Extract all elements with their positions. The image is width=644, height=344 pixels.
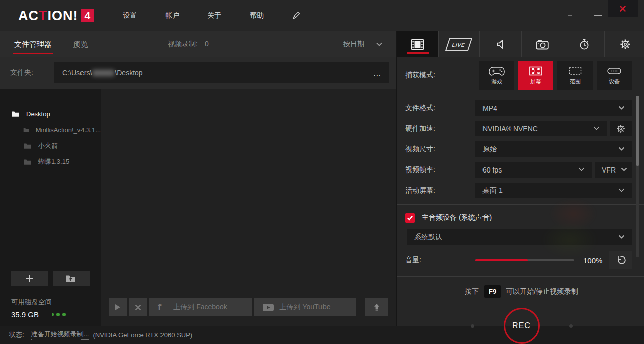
menu-settings[interactable]: 设置 — [123, 11, 137, 20]
tray-minimize-icon[interactable] — [568, 15, 572, 16]
capture-mode-device[interactable]: 设备 — [597, 61, 632, 90]
x-icon — [135, 304, 141, 311]
chevron-down-icon — [618, 147, 625, 151]
browse-folder-button[interactable]: ... — [373, 69, 381, 77]
filmstrip-icon — [411, 39, 424, 50]
tree-item-desktop[interactable]: Desktop — [0, 106, 101, 122]
chevron-down-icon — [578, 167, 585, 172]
pen-icon[interactable] — [292, 11, 301, 20]
tab-screenshots[interactable] — [522, 31, 564, 57]
add-folder-button[interactable] — [11, 271, 48, 286]
app-logo: ACTION! 4 — [18, 8, 94, 24]
logo-text: ACTION! — [18, 8, 78, 24]
screen-capture-icon — [528, 66, 543, 76]
close-icon — [619, 5, 626, 12]
tab-file-manager[interactable]: 文件管理器 — [14, 40, 52, 49]
speaker-icon — [496, 39, 506, 49]
setting-row-file-format: 文件格式: MP4 — [405, 100, 632, 116]
upload-youtube-button[interactable]: 上传到 YouTube — [254, 298, 356, 316]
disk-status-indicator — [52, 313, 66, 316]
live-icon: LIVE — [445, 38, 473, 51]
sort-by-date-dropdown[interactable]: 按日期 — [343, 40, 382, 49]
tab-benchmark[interactable] — [564, 31, 605, 57]
chevron-down-icon — [621, 167, 627, 172]
region-icon — [568, 66, 583, 76]
file-manager-body: Desktop MirillisAction!_v4.3.1... 小火箭 蝴蝶… — [0, 89, 396, 326]
volume-label: 音量: — [405, 255, 430, 265]
facebook-icon: f — [158, 302, 161, 313]
close-button[interactable] — [608, 0, 638, 17]
primary-audio-checkbox[interactable] — [405, 213, 415, 223]
disk-space-label: 可用磁盘空间 — [11, 298, 90, 307]
audio-device-select[interactable]: 系统默认 — [407, 229, 632, 245]
redacted-username — [92, 70, 114, 76]
action-app-window: ACTION! 4 设置 帐户 关于 帮助 文件管理器 预览 — [0, 0, 644, 344]
hw-acceleration-select[interactable]: NVIDIA® NVENC — [475, 121, 607, 136]
setting-row-video-size: 视频尺寸: 原始 — [405, 141, 632, 157]
play-button[interactable] — [109, 298, 127, 316]
vfr-select[interactable]: VFR — [595, 162, 632, 178]
tree-item[interactable]: 蝴蝶1.3.15 — [0, 154, 101, 170]
upload-facebook-button[interactable]: f 上传到 Facebook — [149, 298, 252, 316]
menu-account[interactable]: 帐户 — [165, 11, 179, 20]
file-manager-panel: 文件管理器 预览 视频录制:0 按日期 文件夹: C:\Users\\Deskt… — [0, 31, 397, 326]
gear-icon — [620, 39, 631, 50]
recordings-toolbar: f 上传到 Facebook 上传到 YouTube — [109, 298, 388, 316]
tab-live-streaming[interactable]: LIVE — [439, 31, 480, 57]
logo-version-badge: 4 — [81, 9, 94, 22]
scrollbar-thumb[interactable] — [636, 96, 639, 166]
setting-row-active-screen: 活动屏幕: 桌面 1 — [405, 183, 632, 198]
youtube-icon — [263, 304, 274, 311]
export-upload-button[interactable] — [365, 298, 388, 316]
status-message: 准备开始视频录制... — [31, 330, 89, 340]
gear-icon — [616, 124, 625, 133]
chevron-down-icon — [618, 188, 625, 193]
framerate-select[interactable]: 60 fps — [475, 162, 592, 178]
volume-slider[interactable] — [475, 259, 574, 261]
capture-mode-screen[interactable]: 屏幕 — [518, 61, 553, 90]
capture-mode-row: 捕获模式: 游戏 屏幕 范围 — [397, 57, 644, 95]
capture-mode-region[interactable]: 范围 — [557, 61, 593, 90]
tree-item[interactable]: 小火箭 — [0, 138, 101, 154]
primary-audio-label: 主音频设备 (系统声音) — [422, 213, 492, 222]
folder-icon — [23, 127, 29, 133]
tree-item[interactable]: MirillisAction!_v4.3.1... — [0, 122, 101, 138]
file-format-select[interactable]: MP4 — [475, 100, 632, 116]
menu-about[interactable]: 关于 — [207, 11, 221, 20]
chevron-down-icon — [618, 106, 625, 110]
left-dot — [471, 324, 474, 328]
encoder-settings-button[interactable] — [610, 121, 632, 136]
folder-icon — [23, 143, 32, 149]
tab-preview[interactable]: 预览 — [73, 40, 88, 49]
folder-path-input[interactable]: C:\Users\\Desktop ... — [54, 62, 389, 83]
gamepad-icon — [488, 65, 505, 77]
active-screen-select[interactable]: 桌面 1 — [475, 183, 632, 198]
video-size-select[interactable]: 原始 — [475, 141, 632, 157]
delete-button[interactable] — [129, 298, 147, 316]
folder-import-icon — [66, 275, 76, 282]
capture-mode-label: 捕获模式: — [405, 71, 435, 80]
record-button[interactable]: REC — [504, 308, 540, 344]
camera-icon — [536, 39, 549, 50]
f9-keycap: F9 — [484, 285, 501, 298]
tab-audio-recording[interactable] — [480, 31, 522, 57]
volume-reset-button[interactable] — [609, 251, 632, 269]
record-row: REC — [397, 308, 644, 344]
tab-video-recording[interactable] — [397, 31, 439, 57]
device-icon — [607, 66, 622, 76]
folder-tree: Desktop MirillisAction!_v4.3.1... 小火箭 蝴蝶… — [0, 89, 101, 326]
recordings-counter: 视频录制:0 — [168, 40, 209, 49]
setting-row-framerate: 视频帧率: 60 fps VFR — [405, 162, 632, 178]
main-area: 文件管理器 预览 视频录制:0 按日期 文件夹: C:\Users\\Deskt… — [0, 31, 644, 326]
menu-help[interactable]: 帮助 — [250, 11, 264, 20]
disk-space-value: 35.9 GB — [11, 310, 39, 319]
chevron-down-icon — [618, 235, 625, 239]
minimize-button[interactable] — [594, 15, 602, 16]
audio-section: 主音频设备 (系统声音) 系统默认 音量: 100% — [397, 204, 644, 277]
settings-scrollbar[interactable] — [636, 96, 639, 257]
tab-settings[interactable] — [605, 31, 644, 57]
file-manager-header: 文件管理器 预览 视频录制:0 按日期 — [0, 31, 396, 57]
main-menu: 设置 帐户 关于 帮助 — [123, 11, 301, 20]
capture-mode-game[interactable]: 游戏 — [479, 61, 514, 90]
import-folder-button[interactable] — [53, 271, 90, 286]
